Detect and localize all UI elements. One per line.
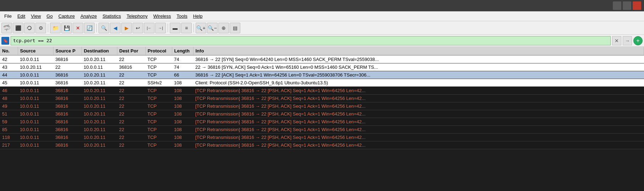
filter-add-button[interactable]: +	[633, 36, 643, 45]
filter-clear-button[interactable]: ✕	[612, 36, 621, 45]
menu-edit[interactable]: Edit	[15, 13, 28, 19]
packet-info: [TCP Retransmission] 36816 → 22 [PSH, AC…	[193, 118, 644, 126]
packet-table: No. Source Source P Destination Dest Por…	[0, 47, 644, 149]
table-row[interactable]: 4810.0.0.113681610.0.20.1122TCP108[TCP R…	[0, 95, 644, 102]
menu-capture[interactable]: Capture	[56, 13, 78, 19]
filter-icon: 🔖	[1, 37, 9, 45]
stop-capture-button[interactable]: ⬛	[13, 23, 23, 33]
packet-proto: TCP	[145, 141, 172, 149]
packet-dst: 10.0.20.11	[82, 71, 117, 79]
packet-dst: 10.0.20.11	[82, 118, 117, 126]
table-row[interactable]: 5110.0.0.113681610.0.20.1122TCP108[TCP R…	[0, 110, 644, 118]
packet-src-port: 36816	[53, 79, 82, 87]
title-bar	[0, 0, 644, 11]
packet-no: 217	[0, 141, 18, 149]
toolbar-sep-4	[194, 24, 194, 32]
colorize-button[interactable]: ▬	[170, 23, 180, 33]
table-row[interactable]: 4910.0.0.113681610.0.20.1122TCP108[TCP R…	[0, 102, 644, 110]
go-forward-button[interactable]: ▶	[121, 23, 132, 33]
packet-info: [TCP Retransmission] 36816 → 22 [PSH, AC…	[193, 87, 644, 95]
packet-len: 108	[172, 95, 193, 102]
packet-no: 43	[0, 63, 18, 71]
packet-src-port: 22	[53, 63, 82, 71]
packet-len: 108	[172, 87, 193, 95]
go-to-first-button[interactable]: ↩	[133, 23, 143, 33]
table-row[interactable]: 4510.0.0.113681610.0.20.1122SSHv2108Clie…	[0, 79, 644, 87]
zoom-reset-button[interactable]: ⊕	[218, 23, 229, 33]
packet-len: 108	[172, 102, 193, 110]
table-row[interactable]: 8510.0.0.113681610.0.20.1122TCP108[TCP R…	[0, 126, 644, 134]
svg-marker-0	[27, 27, 28, 29]
menu-tools[interactable]: Tools	[174, 13, 190, 19]
go-to-first-packet-button[interactable]: |←	[144, 23, 155, 33]
auto-scroll-button[interactable]: ≡	[181, 23, 192, 33]
table-row[interactable]: 21710.0.0.113681610.0.20.1122TCP108[TCP …	[0, 141, 644, 149]
menu-go[interactable]: Go	[44, 13, 55, 19]
filter-bookmark-icon: 🔖	[3, 38, 8, 43]
packet-proto: TCP	[145, 71, 172, 79]
filter-input[interactable]	[11, 36, 611, 45]
table-row[interactable]: 5910.0.0.113681610.0.20.1122TCP108[TCP R…	[0, 118, 644, 126]
menu-statistics[interactable]: Statistics	[100, 13, 124, 19]
packet-src-port: 36816	[53, 87, 82, 95]
menu-wireless[interactable]: Wireless	[150, 13, 174, 19]
toolbar-sep-3	[168, 24, 168, 32]
filter-bar: 🔖 ✕ → +	[0, 35, 644, 47]
col-header-no: No.	[0, 47, 18, 55]
packet-dst: 10.0.0.11	[82, 63, 117, 71]
col-header-dest-port: Dest Por	[117, 47, 145, 55]
packet-dst-port: 22	[117, 110, 145, 118]
packet-info: [TCP Retransmission] 36816 → 22 [PSH, AC…	[193, 110, 644, 118]
open-button[interactable]: 📁	[50, 23, 61, 33]
go-to-last-packet-button[interactable]: →|	[155, 23, 166, 33]
table-row[interactable]: 4210.0.0.113681610.0.20.1122TCP7436816 →…	[0, 55, 644, 63]
packet-dst-port: 22	[117, 134, 145, 141]
table-row[interactable]: 11810.0.0.113681610.0.20.1122TCP108[TCP …	[0, 134, 644, 141]
packet-src: 10.0.0.11	[18, 118, 53, 126]
table-row[interactable]: 4410.0.0.113681610.0.20.1122TCP6636816 →…	[0, 71, 644, 79]
packet-src-port: 36816	[53, 71, 82, 79]
expand-subtrees-button[interactable]: ▤	[230, 23, 240, 33]
packet-list: No. Source Source P Destination Dest Por…	[0, 47, 644, 191]
menu-view[interactable]: View	[28, 13, 44, 19]
table-row[interactable]: 4610.0.0.113681610.0.20.1122TCP108[TCP R…	[0, 87, 644, 95]
close-button[interactable]	[633, 1, 641, 10]
packet-dst: 10.0.20.11	[82, 134, 117, 141]
packet-dst-port: 22	[117, 95, 145, 102]
restart-capture-button[interactable]	[24, 23, 35, 33]
close-file-button[interactable]: ✕	[73, 23, 83, 33]
toolbar-sep-1	[48, 24, 48, 32]
start-capture-button[interactable]: 🦈	[1, 23, 12, 33]
zoom-out-button[interactable]: 🔍−	[207, 23, 218, 33]
packet-no: 85	[0, 126, 18, 134]
preferences-button[interactable]: ⚙	[35, 23, 46, 33]
packet-info: 36816 → 22 [ACK] Seq=1 Ack=1 Win=64256 L…	[193, 71, 644, 79]
menu-telephony[interactable]: Telephony	[124, 13, 150, 19]
menu-help[interactable]: Help	[190, 13, 206, 19]
zoom-in-button[interactable]: 🔍+	[196, 23, 206, 33]
col-header-source-port: Source P	[53, 47, 82, 55]
minimize-button[interactable]	[613, 1, 621, 10]
packet-no: 48	[0, 95, 18, 102]
packet-src-port: 36816	[53, 110, 82, 118]
find-button[interactable]: 🔍	[99, 23, 109, 33]
menu-analyze[interactable]: Analyze	[78, 13, 100, 19]
table-row[interactable]: 4310.0.20.112210.0.0.1136816TCP7422 → 36…	[0, 63, 644, 71]
save-button[interactable]: 💾	[61, 23, 72, 33]
reload-button[interactable]: 🔄	[84, 23, 95, 33]
packet-len: 74	[172, 63, 193, 71]
go-back-button[interactable]: ◀	[110, 23, 121, 33]
packet-info: [TCP Retransmission] 36816 → 22 [PSH, AC…	[193, 126, 644, 134]
packet-info: [TCP Retransmission] 36816 → 22 [PSH, AC…	[193, 134, 644, 141]
col-header-protocol: Protocol	[145, 47, 172, 55]
packet-info: [TCP Retransmission] 36816 → 22 [PSH, AC…	[193, 141, 644, 149]
packet-no: 45	[0, 79, 18, 87]
packet-dst-port: 22	[117, 102, 145, 110]
packet-src: 10.0.0.11	[18, 126, 53, 134]
packet-info: 22 → 36816 [SYN, ACK] Seq=0 Ack=1 Win=65…	[193, 63, 644, 71]
packet-no: 46	[0, 87, 18, 95]
maximize-button[interactable]	[623, 1, 631, 10]
filter-apply-button[interactable]: →	[623, 36, 632, 45]
col-header-source: Source	[18, 47, 53, 55]
menu-file[interactable]: File	[1, 13, 15, 19]
